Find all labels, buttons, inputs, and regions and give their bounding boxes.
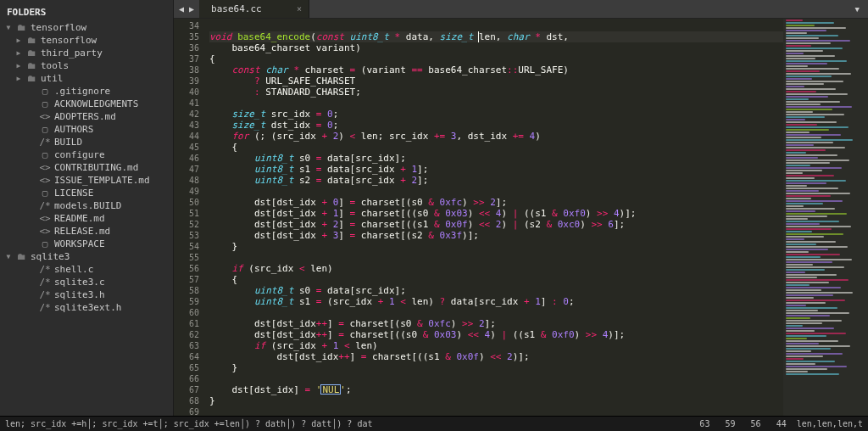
file-item[interactable]: /*sqlite3.c (0, 276, 173, 288)
editor: ◀ ▶ base64.cc × ▼ 3435363738394041424344… (174, 0, 868, 416)
status-left: len; src_idx +=h│; src_idx +=t│; src_idx… (5, 419, 372, 428)
tree-item-label: models.BUILD (54, 200, 121, 211)
minimap[interactable] (783, 19, 868, 416)
sidebar[interactable]: FOLDERS ▼🖿tensorflow▶🖿tensorflow▶🖿third_… (0, 0, 174, 416)
tab-label: base64.cc (211, 3, 262, 14)
tree-item-label: WORKSPACE (54, 238, 105, 249)
file-item[interactable]: ▢LICENSE (0, 187, 173, 199)
tree-item-label: RELEASE.md (54, 226, 110, 237)
nav-forward-icon[interactable]: ▶ (189, 4, 194, 14)
disclosure-arrow-icon[interactable]: ▶ (15, 36, 22, 44)
folder-icon: 🖿 (25, 73, 37, 84)
disclosure-arrow-icon[interactable]: ▶ (15, 75, 22, 82)
tree-item-label: configure (54, 149, 105, 160)
file-icon: <> (39, 175, 51, 186)
file-item[interactable]: <>RELEASE.md (0, 225, 173, 238)
disclosure-arrow-icon[interactable]: ▼ (5, 253, 12, 260)
folder-item[interactable]: ▶🖿util (0, 72, 173, 85)
file-icon: <> (39, 213, 51, 224)
folder-icon: 🖿 (25, 48, 37, 59)
file-item[interactable]: /*sqlite3ext.h (0, 301, 173, 314)
file-item[interactable]: ▢AUTHORS (0, 123, 173, 136)
tree-item-label: BUILD (54, 137, 82, 148)
file-icon: /* (39, 200, 51, 211)
tree-item-label: LICENSE (54, 188, 93, 199)
file-icon: ▢ (39, 124, 51, 135)
tree-item-label: util (41, 73, 64, 84)
tree-item-label: sqlite3.c (54, 277, 105, 288)
code-area[interactable]: void base64_encode(const uint8_t * data,… (206, 19, 783, 416)
tree-item-label: sqlite3ext.h (54, 302, 121, 313)
tab-close-icon[interactable]: × (297, 4, 302, 14)
file-icon: ▢ (39, 86, 51, 97)
folder-item[interactable]: ▼🖿sqlite3 (0, 250, 173, 263)
status-right: len,len,len,t (797, 419, 863, 428)
file-icon: /* (39, 264, 51, 275)
tree-item-label: sqlite3 (31, 251, 70, 262)
file-item[interactable]: /*BUILD (0, 136, 173, 148)
file-item[interactable]: <>ADOPTERS.md (0, 110, 173, 123)
file-item[interactable]: <>CONTRIBUTING.md (0, 161, 173, 174)
file-icon: /* (39, 137, 51, 148)
tree-item-label: ACKNOWLEDGMENTS (54, 98, 138, 109)
folder-icon: 🖿 (25, 60, 37, 71)
tree-item-label: README.md (54, 213, 105, 224)
file-item[interactable]: ▢ACKNOWLEDGMENTS (0, 98, 173, 110)
status-columns: 63 59 56 44 (699, 419, 786, 428)
line-gutter: 3435363738394041424344454647484950515253… (174, 19, 206, 416)
disclosure-arrow-icon[interactable]: ▼ (5, 24, 12, 31)
file-item[interactable]: ▢WORKSPACE (0, 238, 173, 250)
file-icon: /* (39, 302, 51, 313)
tree-item-label: tensorflow (31, 22, 86, 33)
tab-active[interactable]: base64.cc × (199, 0, 309, 18)
file-item[interactable]: ▢configure (0, 148, 173, 161)
tree-item-label: ADOPTERS.md (54, 111, 116, 122)
tree-item-label: sqlite3.h (54, 289, 105, 300)
folder-item[interactable]: ▼🖿tensorflow (0, 21, 173, 34)
file-item[interactable]: /*sqlite3.h (0, 288, 173, 301)
tree-item-label: tensorflow (41, 35, 97, 46)
sidebar-header: FOLDERS (0, 3, 173, 21)
folder-icon: 🖿 (15, 251, 27, 262)
disclosure-arrow-icon[interactable]: ▶ (15, 49, 22, 57)
file-icon: ▢ (39, 149, 51, 160)
tree-item-label: third_party (41, 48, 103, 59)
tree-item-label: .gitignore (54, 86, 110, 97)
folder-item[interactable]: ▶🖿tools (0, 59, 173, 72)
tree-item-label: AUTHORS (54, 124, 93, 135)
file-item[interactable]: <>README.md (0, 212, 173, 225)
folder-item[interactable]: ▶🖿third_party (0, 47, 173, 59)
tree-item-label: CONTRIBUTING.md (54, 162, 138, 173)
file-icon: ▢ (39, 188, 51, 199)
file-item[interactable]: <>ISSUE_TEMPLATE.md (0, 174, 173, 187)
tree-item-label: shell.c (54, 264, 93, 275)
status-bar: len; src_idx +=h│; src_idx +=t│; src_idx… (0, 416, 868, 431)
file-icon: ▢ (39, 238, 51, 249)
file-icon: <> (39, 162, 51, 173)
file-item[interactable]: /*models.BUILD (0, 199, 173, 212)
file-icon: /* (39, 277, 51, 288)
folder-icon: 🖿 (25, 35, 37, 46)
folder-item[interactable]: ▶🖿tensorflow (0, 34, 173, 47)
nav-back-icon[interactable]: ◀ (179, 4, 184, 14)
file-item[interactable]: ▢.gitignore (0, 85, 173, 98)
tab-overflow-icon[interactable]: ▼ (847, 0, 868, 18)
file-icon: /* (39, 289, 51, 300)
folder-icon: 🖿 (15, 22, 27, 33)
tab-bar: ◀ ▶ base64.cc × ▼ (174, 0, 868, 19)
tree-item-label: tools (41, 60, 69, 71)
disclosure-arrow-icon[interactable]: ▶ (15, 62, 22, 70)
file-item[interactable]: /*shell.c (0, 263, 173, 276)
file-icon: <> (39, 226, 51, 237)
file-icon: <> (39, 111, 51, 122)
file-icon: ▢ (39, 98, 51, 109)
tree-item-label: ISSUE_TEMPLATE.md (54, 175, 150, 186)
